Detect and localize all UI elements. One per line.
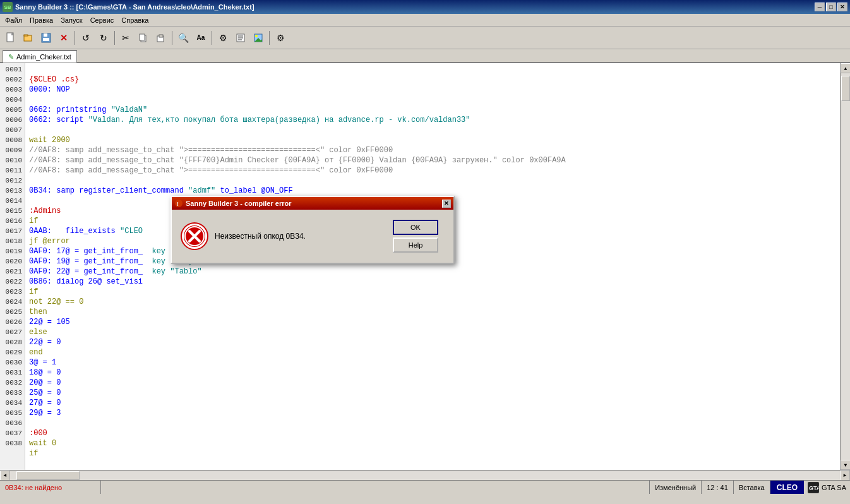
- dialog-titlebar-left: ! Sanny Builder 3 - compiler error: [174, 199, 292, 208]
- svg-text:!: !: [177, 201, 179, 207]
- error-message: Неизвестный опкод 0B34.: [215, 232, 385, 241]
- dialog-buttons: OK Help: [393, 220, 443, 253]
- dialog-titlebar: ! Sanny Builder 3 - compiler error ✕: [172, 197, 453, 210]
- dialog-close-button[interactable]: ✕: [442, 200, 451, 208]
- dialog-body: Неизвестный опкод 0B34. OK Help: [172, 210, 453, 263]
- compiler-error-dialog: ! Sanny Builder 3 - compiler error ✕ Неи…: [171, 196, 455, 264]
- error-icon: [182, 224, 207, 249]
- ok-button[interactable]: OK: [393, 220, 438, 235]
- dialog-overlay: ! Sanny Builder 3 - compiler error ✕ Неи…: [0, 0, 850, 504]
- help-button[interactable]: Help: [393, 237, 438, 253]
- svg-point-19: [175, 200, 183, 207]
- dialog-title: Sanny Builder 3 - compiler error: [186, 200, 292, 207]
